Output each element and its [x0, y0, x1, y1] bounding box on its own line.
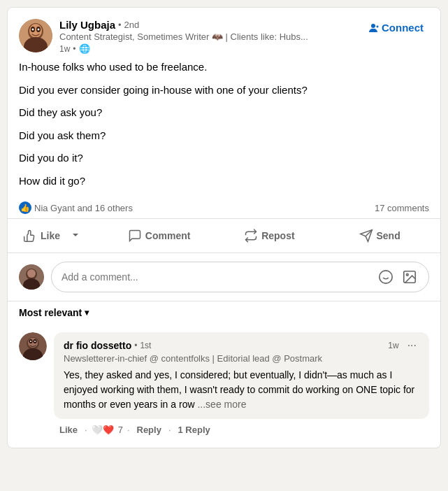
comment-author-avatar-image [19, 332, 47, 360]
comment-author-name[interactable]: dr fio dossetto [64, 340, 131, 351]
repost-icon [244, 229, 258, 243]
comment-author-left: dr fio dossetto • 1st [64, 340, 151, 351]
comment-more-button[interactable]: ··· [405, 339, 419, 352]
post-line-6: How did it go? [19, 173, 429, 190]
comment-button[interactable]: Comment [104, 222, 215, 250]
reactions-left: 👍 Nia Gyant and 16 others [19, 201, 133, 214]
like-btn-wrapper: Like [13, 222, 104, 250]
comment-meta-right: 1w ··· [388, 339, 419, 352]
comment-time: 1w [388, 341, 398, 350]
like-label: Like [41, 230, 60, 241]
connect-icon [368, 22, 379, 34]
reaction-emoji-icons: 🤍❤️ [92, 425, 114, 435]
connect-button[interactable]: Connect [362, 19, 429, 36]
author-avatar[interactable] [19, 19, 52, 52]
like-icon [23, 229, 37, 243]
comments-count[interactable]: 17 comments [375, 203, 429, 213]
comment-author-avatar[interactable] [19, 332, 47, 360]
comment-icon [128, 229, 142, 243]
comment-item: dr fio dossetto • 1st 1w ··· Newslettere… [19, 332, 429, 436]
comment-input-area [8, 253, 440, 301]
reaction-count: 7 [118, 425, 123, 435]
comment-input-wrapper[interactable] [51, 262, 429, 292]
reactions-row: 👍 Nia Gyant and 16 others 17 comments [8, 197, 440, 219]
send-button[interactable]: Send [324, 222, 435, 250]
sort-row[interactable]: Most relevant ▾ [8, 301, 440, 324]
image-icon [402, 269, 417, 285]
emoji-icon [378, 269, 393, 285]
post-content: In-house folks who used to be freelance.… [8, 59, 440, 197]
comment-like-button[interactable]: Like [57, 423, 80, 436]
author-name-row: Lily Ugbaja • 2nd [59, 19, 308, 31]
comment-bubble: dr fio dossetto • 1st 1w ··· Newslettere… [54, 332, 429, 419]
svg-point-26 [34, 341, 36, 342]
post-line-5: Did you do it? [19, 150, 429, 166]
separator-1: · [85, 425, 87, 435]
svg-point-6 [32, 29, 34, 31]
comment-input-field[interactable] [62, 271, 371, 283]
separator-2: · [127, 425, 130, 435]
actions-row: Like Comment Repost [8, 219, 440, 253]
connect-label: Connect [382, 22, 424, 34]
svg-point-14 [380, 271, 392, 283]
reaction-emojis: 🤍❤️ [92, 425, 114, 435]
chevron-down-icon [71, 231, 80, 239]
degree-badge: • [118, 20, 122, 30]
post-line-2: Did you ever consider going in-house wit… [19, 83, 429, 99]
sort-label: Most relevant [19, 307, 82, 318]
comment-reply-button[interactable]: Reply [134, 423, 164, 436]
send-label: Send [377, 230, 400, 241]
user-avatar-image [19, 264, 44, 290]
svg-point-7 [38, 29, 40, 31]
send-icon [359, 229, 373, 243]
svg-point-25 [30, 341, 31, 342]
author-avatar-image [19, 19, 52, 52]
comment-degree-level: 1st [140, 341, 151, 350]
svg-point-12 [27, 269, 36, 278]
post-meta: 1w • 🌐 [59, 43, 308, 54]
separator-3: · [168, 425, 171, 435]
comment-text: Yes, they asked and yes, I considered; b… [64, 368, 419, 412]
image-button[interactable] [400, 268, 419, 286]
repost-button[interactable]: Repost [215, 222, 325, 250]
post-line-1: In-house folks who used to be freelance. [19, 59, 429, 76]
author-name[interactable]: Lily Ugbaja [59, 19, 115, 31]
comment-author-title: Newsletterer-in-chief @ contentfolks | E… [64, 353, 419, 364]
post-card: Lily Ugbaja • 2nd Content Strategist, So… [7, 7, 441, 448]
emoji-button[interactable] [377, 268, 395, 286]
repost-label: Repost [261, 230, 294, 241]
comment-icons [377, 268, 419, 286]
degree-level: 2nd [124, 20, 140, 30]
comment-reactions-row: Like · 🤍❤️ 7 · Reply · 1 Reply [54, 423, 429, 436]
comment-section: dr fio dossetto • 1st 1w ··· Newslettere… [8, 324, 440, 448]
separator: • [73, 44, 75, 54]
post-header-left: Lily Ugbaja • 2nd Content Strategist, So… [19, 19, 308, 54]
comment-body: dr fio dossetto • 1st 1w ··· Newslettere… [54, 332, 429, 436]
author-title: Content Strategist, Sometimes Writer 🦇 |… [59, 31, 308, 42]
like-dropdown-button[interactable] [66, 224, 85, 248]
globe-icon: 🌐 [79, 43, 90, 54]
sort-chevron: ▾ [85, 308, 89, 318]
post-header: Lily Ugbaja • 2nd Content Strategist, So… [8, 8, 440, 59]
reactor-names[interactable]: Nia Gyant and 16 others [34, 203, 133, 213]
author-info: Lily Ugbaja • 2nd Content Strategist, So… [59, 19, 308, 54]
comment-label: Comment [145, 230, 191, 241]
svg-point-18 [406, 273, 408, 276]
reply-count[interactable]: 1 Reply [175, 423, 213, 436]
see-more-link[interactable]: ...see more [197, 399, 246, 410]
post-line-4: Did you ask them? [19, 128, 429, 144]
post-age: 1w [59, 44, 70, 54]
like-reaction-icon: 👍 [19, 201, 31, 214]
like-button[interactable]: Like [13, 222, 66, 250]
comment-degree: • [134, 341, 137, 350]
comment-author-row: dr fio dossetto • 1st 1w ··· [64, 339, 419, 352]
post-line-3: Did they ask you? [19, 105, 429, 121]
user-avatar-small [19, 264, 44, 290]
